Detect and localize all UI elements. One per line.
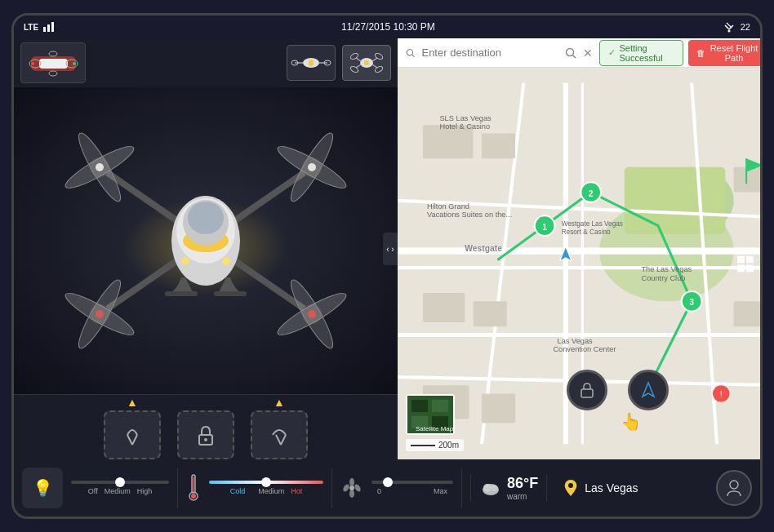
battery-indicator	[43, 22, 54, 32]
parachute-icon	[118, 420, 147, 450]
reset-flight-btn[interactable]: 🗑 Reset Flight Path	[688, 40, 760, 66]
map-lock-btn[interactable]	[567, 370, 607, 410]
setting-success-badge: ✓ Setting Successful	[599, 40, 683, 66]
drone-main-svg	[51, 110, 361, 371]
svg-line-60	[573, 55, 576, 58]
satellite-thumbnail[interactable]: Satellite Map	[406, 394, 455, 435]
svg-rect-49	[165, 291, 198, 296]
location-pin-icon	[563, 479, 578, 497]
destination-input[interactable]	[421, 47, 558, 59]
map-action-buttons: ✓ Setting Successful 🗑 Reset Flight Path	[599, 40, 760, 66]
divider-1	[177, 468, 178, 508]
fan-speed-labels: 0 Max	[377, 487, 447, 495]
main-content: ▲ ▲	[14, 38, 760, 459]
svg-rect-81	[734, 301, 760, 326]
windows-icon	[737, 256, 754, 273]
reset-icon: 🗑	[696, 48, 705, 58]
svg-point-51	[96, 163, 104, 171]
svg-point-52	[308, 163, 316, 171]
svg-text:The Las Vegas: The Las Vegas	[641, 265, 692, 273]
svg-point-128	[730, 481, 738, 489]
bar2	[47, 24, 50, 32]
search-action-icon[interactable]	[565, 47, 576, 59]
svg-text:Hilton Grand: Hilton Grand	[427, 202, 469, 211]
svg-point-125	[483, 484, 492, 492]
windows-logo	[737, 256, 754, 277]
drone-top-icons	[287, 45, 391, 81]
svg-rect-3	[39, 59, 68, 69]
control-button-1[interactable]	[104, 410, 161, 459]
collapse-icon: ‹ ›	[386, 245, 394, 254]
fan-min-label: 0	[377, 487, 381, 495]
svg-text:Westgate Las Vegas: Westgate Las Vegas	[562, 220, 623, 228]
svg-marker-114	[643, 383, 654, 397]
svg-point-9	[73, 62, 76, 65]
weather-section: 86°F warm	[470, 475, 547, 501]
svg-text:Country Club: Country Club	[641, 274, 685, 282]
temp-track[interactable]	[209, 481, 323, 484]
top-view-svg	[346, 48, 387, 78]
profile-btn[interactable]	[716, 470, 752, 506]
svg-point-1	[727, 30, 730, 33]
status-left: LTE	[24, 22, 54, 32]
sat-svg: Satellite Map	[407, 396, 453, 433]
status-right: 22	[723, 21, 750, 33]
svg-point-123	[349, 490, 354, 498]
drone-topbar	[14, 38, 398, 87]
brightness-track[interactable]	[71, 481, 169, 484]
brightness-medium-label: Medium	[105, 487, 131, 495]
thermometer-icon	[186, 473, 201, 503]
svg-text:Las Vegas: Las Vegas	[558, 337, 594, 345]
svg-point-8	[31, 62, 34, 65]
svg-text:SLS Las Vegas: SLS Las Vegas	[439, 114, 492, 122]
svg-rect-50	[214, 291, 247, 296]
close-search-btn[interactable]: ✕	[583, 47, 593, 60]
cold-label: Cold	[230, 487, 246, 495]
svg-point-59	[567, 48, 574, 55]
svg-text:Vacations Suites on the...: Vacations Suites on the...	[427, 211, 512, 219]
drone-controls: ▲ ▲	[14, 394, 398, 459]
brightness-thumb[interactable]	[115, 477, 125, 487]
svg-text:Westgate: Westgate	[465, 244, 502, 253]
fan-thumb[interactable]	[383, 477, 393, 487]
success-text: Setting Successful	[619, 43, 674, 63]
control-button-2[interactable]	[177, 410, 234, 459]
svg-point-54	[308, 310, 316, 318]
medium-label: Medium	[258, 487, 284, 495]
svg-rect-15	[309, 60, 314, 66]
svg-rect-132	[746, 265, 754, 273]
status-bar: LTE 11/27/2015 10:30 PM 22	[14, 16, 760, 38]
svg-rect-77	[474, 301, 507, 326]
lte-indicator: LTE	[24, 23, 38, 32]
drone-front-icon[interactable]	[287, 45, 336, 81]
datetime: 11/27/2015 10:30 PM	[341, 21, 435, 33]
right-panel: 100% Battery Life 1.05 KM Remaining Dist…	[398, 38, 760, 459]
fan-svg	[340, 477, 363, 499]
divider-2	[331, 468, 332, 508]
fan-track[interactable]	[371, 481, 453, 484]
scale-label: 200m	[438, 441, 459, 450]
collapse-panel-btn[interactable]: ‹ ›	[383, 233, 398, 265]
drone-top-view-icon[interactable]	[342, 45, 391, 81]
map-background: 1 2 3 4 !	[398, 68, 760, 459]
up-arrow: ▲	[104, 396, 161, 409]
map-nav-btn[interactable]	[628, 370, 669, 410]
temp-slider-group: Cold Medium Hot	[209, 481, 323, 495]
profile-icon	[724, 478, 744, 498]
light-btn[interactable]: 💡	[22, 468, 63, 508]
svg-line-58	[412, 55, 415, 57]
map-area[interactable]: 1 2 3 4 !	[398, 68, 760, 459]
divider-3	[461, 468, 462, 508]
svg-text:Convention Center: Convention Center	[553, 345, 616, 353]
nav-icon	[638, 380, 658, 400]
svg-point-126	[491, 485, 497, 491]
control-lock-btn: ▲	[177, 396, 234, 459]
fan-slider-group: 0 Max	[371, 481, 453, 495]
svg-text:Hotel & Casino: Hotel & Casino	[439, 122, 490, 131]
fan-max-label: Max	[434, 487, 447, 495]
svg-rect-75	[482, 133, 515, 158]
left-panel: ▲ ▲	[14, 38, 398, 459]
temp-thumb[interactable]	[261, 477, 271, 487]
brightness-slider-group: Off Medium High	[71, 481, 169, 495]
control-button-3[interactable]	[251, 410, 308, 459]
